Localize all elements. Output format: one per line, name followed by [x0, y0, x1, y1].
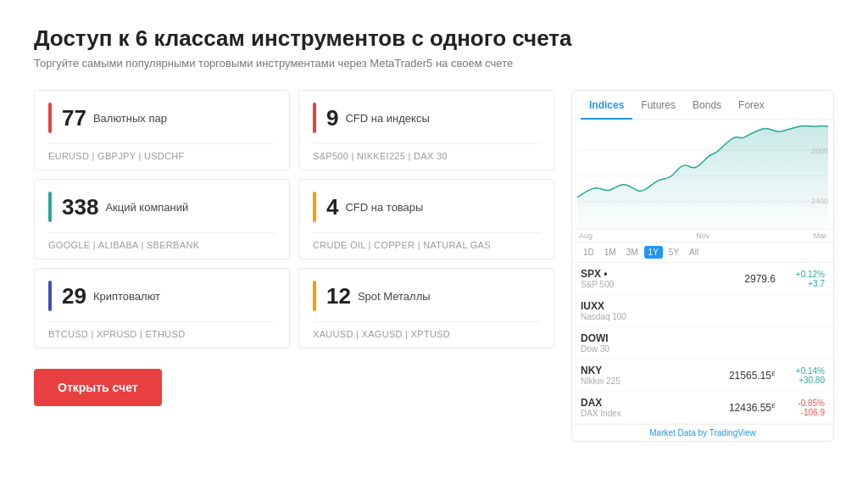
- open-account-button[interactable]: Открыть счет: [34, 369, 162, 406]
- card-header: 29 Криптовалют: [48, 281, 275, 311]
- card-number: 4: [326, 194, 338, 220]
- card-accent: [313, 281, 316, 311]
- card-accent: [48, 103, 52, 133]
- stock-price: 12436.55ᴱ: [729, 402, 776, 414]
- widget-tab-bonds[interactable]: Bonds: [684, 91, 730, 120]
- instrument-card-3: 4 CFD на товары CRUDE OIL | COPPER | NAT…: [298, 179, 554, 259]
- card-label: Spot Металлы: [358, 290, 431, 303]
- stock-info: SPX • S&P 500: [581, 268, 744, 289]
- card-accent: [313, 192, 316, 222]
- left-panel: 77 Валютных пар EURUSD | GBPJPY | USDCHF…: [34, 90, 554, 442]
- stock-ticker: NKY: [581, 365, 729, 376]
- card-number: 77: [62, 105, 86, 131]
- stock-price: 2979.6: [744, 273, 776, 285]
- stock-info: DOWI Dow 30: [581, 332, 776, 354]
- card-accent: [48, 192, 52, 222]
- stock-ticker: IUXX: [581, 300, 776, 312]
- widget-tabs: IndicesFuturesBondsForex: [572, 91, 833, 120]
- instrument-card-0: 77 Валютных пар EURUSD | GBPJPY | USDCHF: [34, 90, 290, 170]
- card-number: 9: [326, 105, 338, 131]
- card-items: S&P500 | NIKKEI225 | DAX 30: [313, 143, 540, 161]
- card-accent: [48, 281, 52, 311]
- card-header: 9 CFD на индексы: [313, 103, 540, 133]
- widget-tab-forex[interactable]: Forex: [730, 91, 773, 120]
- card-number: 338: [62, 194, 98, 220]
- card-accent: [313, 103, 316, 133]
- time-range-1y[interactable]: 1Y: [644, 246, 663, 259]
- instrument-card-4: 29 Криптовалют BTCUSD | XPRUSD | ETHUSD: [34, 268, 290, 348]
- stock-ticker: SPX •: [581, 268, 744, 280]
- card-label: CFD на товары: [345, 201, 423, 214]
- main-layout: 77 Валютных пар EURUSD | GBPJPY | USDCHF…: [34, 90, 834, 442]
- stock-ticker: DOWI: [581, 332, 776, 344]
- chart-y-labels: 2600 2400: [811, 126, 828, 226]
- time-range-selector: 1D1M3M1Y5YAll: [572, 242, 833, 263]
- stock-list: SPX • S&P 500 2979.6 +0.12%+3.7 IUXX Nas…: [572, 263, 833, 424]
- card-items: BTCUSD | XPRUSD | ETHUSD: [48, 321, 275, 339]
- card-items: GOOGLE | ALIBABA | SBERBANK: [48, 232, 275, 250]
- widget-panel: IndicesFuturesBondsForex 260: [571, 90, 834, 442]
- stock-ticker: DAX: [581, 397, 729, 409]
- stock-row-3: NKY Nikkei 225 21565.15ᴱ +0.14%+30.80: [572, 359, 833, 392]
- time-range-1m[interactable]: 1M: [600, 246, 620, 259]
- widget-tab-indices[interactable]: Indices: [581, 91, 632, 120]
- stock-info: NKY Nikkei 225: [581, 365, 729, 386]
- card-items: EURUSD | GBPJPY | USDCHF: [48, 143, 275, 161]
- time-range-1d[interactable]: 1D: [579, 246, 598, 259]
- card-number: 29: [62, 283, 86, 309]
- market-data-footer: Market Data by TradingView: [572, 424, 833, 441]
- stock-row-1: IUXX Nasdaq 100: [572, 295, 833, 327]
- stock-row-0: SPX • S&P 500 2979.6 +0.12%+3.7: [572, 263, 833, 295]
- card-label: CFD на индексы: [345, 112, 429, 125]
- time-range-3m[interactable]: 3M: [622, 246, 643, 259]
- card-header: 77 Валютных пар: [48, 103, 275, 133]
- stock-name: Dow 30: [581, 344, 776, 354]
- stock-name: S&P 500: [581, 280, 744, 289]
- chart-area: 2600 2400: [572, 120, 833, 230]
- stock-change: +0.14%+30.80: [782, 366, 825, 385]
- widget-tab-futures[interactable]: Futures: [632, 91, 684, 120]
- page-subtitle: Торгуйте самыми популярными торговыми ин…: [34, 57, 834, 70]
- card-header: 12 Spot Металлы: [313, 281, 540, 311]
- instrument-card-2: 338 Акций компаний GOOGLE | ALIBABA | SB…: [34, 179, 290, 259]
- card-number: 12: [326, 283, 351, 309]
- time-range-5y[interactable]: 5Y: [665, 246, 683, 259]
- card-label: Криптовалют: [93, 290, 160, 303]
- stock-info: DAX DAX Index: [581, 397, 729, 418]
- card-items: CRUDE OIL | COPPER | NATURAL GAS: [313, 232, 540, 250]
- stock-change: -0.85%-106.9: [782, 398, 825, 417]
- chart-x-labels: Aug Nov Mar: [572, 230, 833, 242]
- page-title: Доступ к 6 классам инструментов с одного…: [34, 25, 834, 52]
- stock-name: Nasdaq 100: [581, 312, 776, 321]
- card-header: 338 Акций компаний: [48, 192, 275, 222]
- stock-change: +0.12%+3.7: [782, 270, 825, 288]
- stock-name: Nikkei 225: [581, 376, 729, 386]
- stock-info: IUXX Nasdaq 100: [581, 300, 776, 321]
- card-label: Валютных пар: [93, 112, 167, 125]
- card-header: 4 CFD на товары: [313, 192, 540, 222]
- cards-grid: 77 Валютных пар EURUSD | GBPJPY | USDCHF…: [34, 90, 554, 348]
- stock-row-2: DOWI Dow 30: [572, 327, 833, 359]
- stock-name: DAX Index: [581, 409, 729, 418]
- stock-price: 21565.15ᴱ: [729, 370, 776, 382]
- card-items: XAUUSD | XAGUSD | XPTUSD: [313, 321, 540, 339]
- time-range-all[interactable]: All: [685, 246, 703, 259]
- card-label: Акций компаний: [105, 201, 188, 214]
- instrument-card-5: 12 Spot Металлы XAUUSD | XAGUSD | XPTUSD: [298, 268, 554, 348]
- instrument-card-1: 9 CFD на индексы S&P500 | NIKKEI225 | DA…: [298, 90, 554, 170]
- chart-svg: [577, 125, 828, 226]
- stock-row-4: DAX DAX Index 12436.55ᴱ -0.85%-106.9: [572, 392, 833, 424]
